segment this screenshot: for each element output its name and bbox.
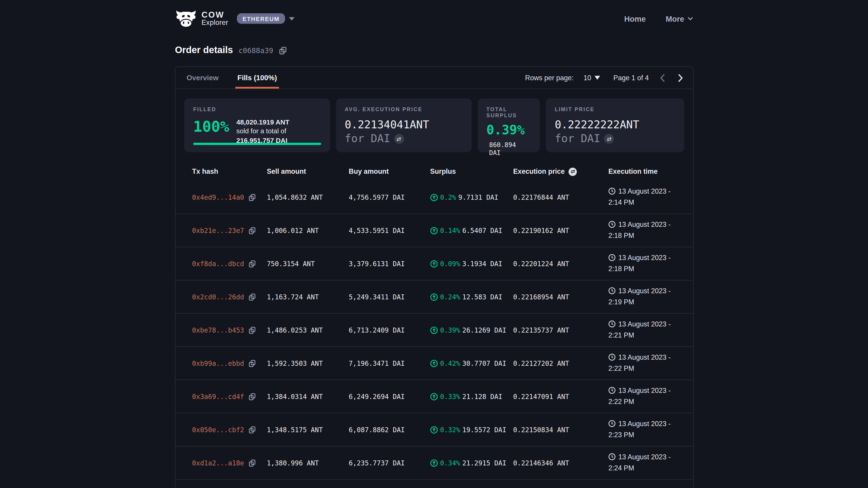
buy-amount-cell: 7,196.3471 DAI — [349, 359, 430, 367]
invert-price-button[interactable] — [604, 134, 614, 144]
select-caret-icon — [594, 76, 600, 80]
avg-execution-price-card: AVG. EXECUTION PRICE 0.22134041ANT for D… — [336, 98, 471, 152]
copy-icon[interactable] — [248, 326, 256, 334]
surplus-amount: 9.7131 DAI — [458, 193, 498, 201]
tab-fills[interactable]: Fills (100%) — [235, 67, 279, 89]
cow-explorer-logo[interactable]: COW Explorer — [175, 10, 228, 27]
tx-hash-cell: 0xb21e...23e7 — [192, 227, 267, 234]
copy-icon[interactable] — [248, 426, 256, 433]
clock-icon — [608, 254, 616, 261]
nav-home-label: Home — [624, 14, 646, 23]
tx-hash-link[interactable]: 0x2cd0...26dd — [192, 293, 244, 301]
nav-more[interactable]: More — [666, 14, 693, 23]
surplus-percent: 0.34% — [440, 459, 460, 466]
execution-time-text: 13 August 2023 - 2:24 PM — [608, 453, 671, 472]
swap-arrows-icon — [396, 136, 402, 142]
surplus-up-icon — [430, 293, 438, 301]
tab-overview[interactable]: Overview — [184, 67, 221, 89]
tx-hash-link[interactable]: 0x4ed9...14a0 — [192, 193, 244, 201]
invert-price-button[interactable] — [394, 134, 404, 144]
clock-icon — [608, 287, 616, 294]
clock-icon — [608, 320, 616, 328]
tx-hash-link[interactable]: 0xf8da...dbcd — [192, 260, 244, 267]
copy-icon[interactable] — [279, 46, 286, 55]
col-sell-amount: Sell amount — [267, 168, 348, 175]
execution-time-text: 13 August 2023 - 2:22 PM — [608, 387, 671, 405]
surplus-up-icon — [430, 227, 438, 234]
tx-hash-link[interactable]: 0xb21e...23e7 — [192, 227, 244, 234]
cow-icon — [175, 10, 197, 27]
tx-hash-link[interactable]: 0xb99a...ebbd — [192, 359, 244, 367]
chevron-right-icon — [678, 73, 683, 82]
summary-cards: FILLED 100% 48,020.1919 ANT sold for a t… — [184, 98, 684, 152]
chevron-down-icon — [688, 17, 693, 20]
invert-execution-price-button[interactable] — [568, 167, 577, 176]
next-page-button[interactable] — [677, 72, 684, 84]
prev-page-button[interactable] — [659, 72, 666, 84]
avg-execution-price-label: AVG. EXECUTION PRICE — [345, 106, 463, 112]
surplus-amount: 12.583 DAI — [462, 293, 502, 301]
copy-icon[interactable] — [248, 193, 256, 201]
copy-icon[interactable] — [248, 293, 256, 301]
chevron-down-icon — [289, 17, 294, 20]
buy-amount-cell: 5,249.3411 DAI — [349, 293, 430, 301]
swap-arrows-icon — [570, 169, 575, 174]
execution-time-cell: 13 August 2023 - 2:22 PM — [608, 352, 685, 374]
buy-amount-cell: 6,249.2694 DAI — [349, 393, 430, 400]
surplus-up-icon — [430, 359, 438, 367]
sell-amount-cell: 1,006.012 ANT — [267, 227, 348, 234]
surplus-cell: 0.42% 30.7707 DAI — [430, 359, 513, 367]
surplus-percent: 0.09% — [440, 260, 460, 267]
copy-icon[interactable] — [248, 359, 256, 367]
surplus-percent: 0.24% — [440, 293, 460, 301]
filled-percent: 100% — [193, 119, 229, 134]
limit-price-unit-text: for DAI — [555, 132, 600, 146]
table-body: 0x4ed9...14a0 1,054.8632 ANT 4,756.5977 … — [176, 181, 693, 480]
surplus-up-icon — [430, 260, 438, 267]
nav-home[interactable]: Home — [624, 14, 646, 23]
network-badge[interactable]: ETHEREUM — [237, 13, 285, 24]
surplus-up-icon — [430, 426, 438, 433]
avg-execution-price-value: 0.22134041ANT — [345, 118, 463, 132]
table-header-row: Tx hash Sell amount Buy amount Surplus E… — [176, 162, 693, 181]
surplus-percent: 0.32% — [440, 426, 460, 433]
sell-amount-cell: 1,592.3503 ANT — [267, 359, 348, 367]
buy-amount-cell: 3,379.6131 DAI — [349, 260, 430, 267]
copy-icon[interactable] — [248, 260, 256, 267]
surplus-amount: 30.7707 DAI — [462, 359, 506, 367]
execution-time-cell: 13 August 2023 - 2:18 PM — [608, 253, 685, 274]
copy-icon[interactable] — [248, 459, 256, 466]
surplus-cell: 0.33% 21.128 DAI — [430, 393, 513, 400]
tx-hash-link[interactable]: 0x050e...cbf2 — [192, 426, 244, 433]
execution-time-text: 13 August 2023 - 2:23 PM — [608, 420, 671, 438]
execution-time-text: 13 August 2023 - 2:18 PM — [608, 254, 671, 272]
execution-time-text: 13 August 2023 - 2:18 PM — [608, 221, 671, 239]
copy-icon[interactable] — [248, 393, 256, 400]
surplus-amount: 21.2915 DAI — [462, 459, 506, 466]
sell-amount-cell: 1,384.0314 ANT — [267, 393, 348, 400]
surplus-cell: 0.39% 26.1269 DAI — [430, 326, 513, 334]
execution-time-cell: 13 August 2023 - 2:24 PM — [608, 452, 685, 474]
rows-per-page-select[interactable]: 10 — [584, 74, 600, 82]
copy-icon[interactable] — [248, 227, 256, 234]
sell-amount-cell: 1,163.724 ANT — [267, 293, 348, 301]
tx-hash-cell: 0x4ed9...14a0 — [192, 193, 267, 201]
surplus-up-icon — [430, 393, 438, 400]
surplus-amount: 3.1934 DAI — [462, 260, 502, 267]
execution-time-cell: 13 August 2023 - 2:23 PM — [608, 419, 685, 440]
execution-price-cell: 0.22176844 ANT — [513, 193, 608, 201]
network-selector[interactable]: ETHEREUM — [237, 13, 295, 24]
tx-hash-cell: 0xf8da...dbcd — [192, 260, 267, 267]
tx-hash-link[interactable]: 0xd1a2...a18e — [192, 459, 244, 466]
col-execution-price: Execution price — [513, 167, 608, 176]
surplus-percent: 0.33% — [440, 393, 460, 400]
order-details-title-row: Order details c0688a39 — [175, 45, 693, 56]
sell-amount-cell: 1,486.0253 ANT — [267, 326, 348, 334]
tabbar: Overview Fills (100%) Rows per page: 10 … — [176, 67, 693, 89]
tx-hash-link[interactable]: 0xbe78...b453 — [192, 326, 244, 334]
limit-price-label: LIMIT PRICE — [555, 106, 675, 112]
sell-amount-cell: 1,054.8632 ANT — [267, 193, 348, 201]
buy-amount-cell: 6,713.2409 DAI — [349, 326, 430, 334]
tx-hash-cell: 0xbe78...b453 — [192, 326, 267, 334]
tx-hash-link[interactable]: 0x3a69...cd4f — [192, 393, 244, 400]
